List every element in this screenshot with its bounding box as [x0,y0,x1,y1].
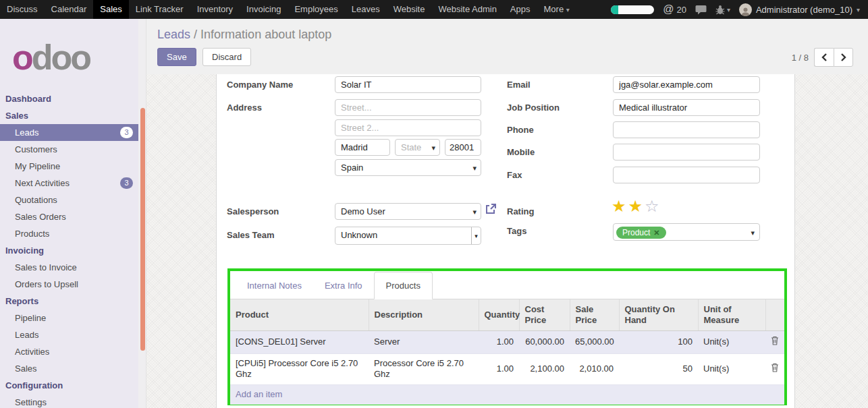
tab-internal-notes[interactable]: Internal Notes [236,272,313,299]
cell-product[interactable]: [CONS_DEL01] Server [230,330,369,353]
sidebar-item-settings[interactable]: Settings [0,394,138,408]
street-input[interactable] [335,99,481,116]
sidebar-item-quotations[interactable]: Quotations [0,192,138,208]
job-position-input[interactable] [613,99,760,116]
trash-icon [771,363,779,372]
cell-quantity-on-hand[interactable]: 100 [619,330,698,353]
menu-website[interactable]: Website [387,0,432,19]
cell-sale-price[interactable]: 2,010.00 [570,353,619,385]
cell-description[interactable]: Server [369,330,479,353]
timer-progress-widget[interactable] [611,5,654,14]
sidebar-item-sales-orders[interactable]: Sales Orders [0,208,138,225]
pager-next-button[interactable] [834,48,853,67]
pager-previous-button[interactable] [814,48,834,67]
sidebar-scrollbar[interactable] [140,108,145,351]
breadcrumb-leads-link[interactable]: Leads [157,28,190,41]
cell-cost-price[interactable]: 60,000.00 [519,330,570,353]
sidebar-item-label: Products [15,225,133,242]
menu-link-tracker[interactable]: Link Tracker [129,0,190,19]
column-quantity[interactable]: Quantity [479,299,519,330]
column-product[interactable]: Product [230,299,369,330]
save-button[interactable]: Save [157,48,196,66]
sidebar-item-next-activities[interactable]: Next Activities 3 [0,175,138,192]
sidebar-item-customers[interactable]: Customers [0,141,138,158]
city-input[interactable] [335,139,390,156]
sidebar-header-dashboard[interactable]: Dashboard [0,90,138,107]
sidebar-item-leads[interactable]: Leads 3 [0,124,138,141]
sidebar-item-pipeline-report[interactable]: Pipeline [0,310,138,326]
cell-cost-price[interactable]: 2,100.00 [519,353,570,385]
sidebar-item-my-pipeline[interactable]: My Pipeline [0,158,138,175]
sidebar-item-sales-report[interactable]: Sales [0,360,138,377]
page-title: Information about laptop [200,28,331,41]
cell-sale-price[interactable]: 65,000.00 [570,330,619,353]
bug-icon [715,5,725,15]
tag-remove-icon[interactable]: ✕ [653,228,659,237]
cell-product[interactable]: [CPUi5] Processor Core i5 2.70 Ghz [230,353,369,385]
sidebar-header-reports[interactable]: Reports [0,293,138,310]
menu-employees[interactable]: Employees [288,0,344,19]
external-link-icon[interactable] [485,204,496,217]
sidebar-header-configuration[interactable]: Configuration [0,377,138,394]
menu-more[interactable]: More ▾ [537,0,576,19]
menu-discuss[interactable]: Discuss [0,0,45,19]
cell-description[interactable]: Processor Core i5 2.70 Ghz [369,353,479,385]
delete-row-button[interactable] [765,330,784,353]
sidebar-header-sales[interactable]: Sales [0,107,138,124]
salesperson-select[interactable]: Demo User ▾ [335,203,481,220]
cell-quantity[interactable]: 1.00 [479,353,519,385]
menu-website-admin[interactable]: Website Admin [431,0,503,19]
mentions-counter[interactable]: @ 20 [663,3,686,16]
phone-input[interactable] [613,121,760,138]
state-select[interactable]: State ▾ [395,139,440,156]
user-menu[interactable]: Administrator (demo_10) ▾ [739,3,860,16]
mobile-input[interactable] [613,144,760,161]
table-row[interactable]: [CPUi5] Processor Core i5 2.70 Ghz Proce… [230,353,784,385]
tab-products[interactable]: Products [374,272,433,299]
cell-quantity-on-hand[interactable]: 50 [619,353,698,385]
company-name-input[interactable] [335,76,481,93]
tab-extra-info[interactable]: Extra Info [313,272,374,299]
debug-menu[interactable]: ▾ [715,5,730,15]
sidebar-item-label: Next Activities [15,175,120,192]
star-filled-icon[interactable]: ★ [628,197,645,215]
tags-field[interactable]: Product ✕ ▾ [613,223,760,241]
column-unit-of-measure[interactable]: Unit of Measure [698,299,765,330]
sidebar-item-orders-to-upsell[interactable]: Orders to Upsell [0,276,138,293]
chat-icon[interactable] [695,5,707,15]
star-empty-icon[interactable]: ☆ [645,197,661,215]
cell-quantity[interactable]: 1.00 [479,330,519,353]
menu-inventory[interactable]: Inventory [190,0,240,19]
sidebar-item-sales-to-invoice[interactable]: Sales to Invoice [0,259,138,276]
salesperson-label: Salesperson [227,206,279,216]
chevron-down-icon: ▾ [857,6,860,13]
street2-input[interactable] [335,119,481,136]
sidebar-item-activities-report[interactable]: Activities [0,343,138,360]
zip-input[interactable] [445,139,481,156]
discard-button[interactable]: Discard [202,48,251,66]
menu-leaves[interactable]: Leaves [345,0,387,19]
delete-row-button[interactable] [765,353,784,385]
add-an-item-link[interactable]: Add an item [230,385,784,405]
menu-sales[interactable]: Sales [93,0,129,19]
odoo-app: Discuss Calendar Sales Link Tracker Inve… [0,0,868,408]
menu-invoicing[interactable]: Invoicing [240,0,288,19]
column-cost-price[interactable]: Cost Price [519,299,570,330]
menu-calendar[interactable]: Calendar [45,0,94,19]
sidebar-item-leads-report[interactable]: Leads [0,326,138,343]
chevron-right-icon [840,53,846,61]
sidebar-header-invoicing[interactable]: Invoicing [0,242,138,259]
table-row[interactable]: [CONS_DEL01] Server Server 1.00 60,000.0… [230,330,784,353]
cell-unit-of-measure[interactable]: Unit(s) [698,330,765,353]
column-quantity-on-hand[interactable]: Quantity On Hand [619,299,698,330]
sales-team-select[interactable]: Unknown ▾ [335,227,481,245]
email-input[interactable] [613,76,760,93]
fax-input[interactable] [613,167,760,183]
star-filled-icon[interactable]: ★ [612,197,628,215]
column-description[interactable]: Description [369,299,479,330]
cell-unit-of-measure[interactable]: Unit(s) [698,353,765,385]
column-sale-price[interactable]: Sale Price [570,299,619,330]
country-select[interactable]: Spain ▾ [335,159,481,176]
sidebar-item-products[interactable]: Products [0,225,138,242]
menu-apps[interactable]: Apps [504,0,537,19]
